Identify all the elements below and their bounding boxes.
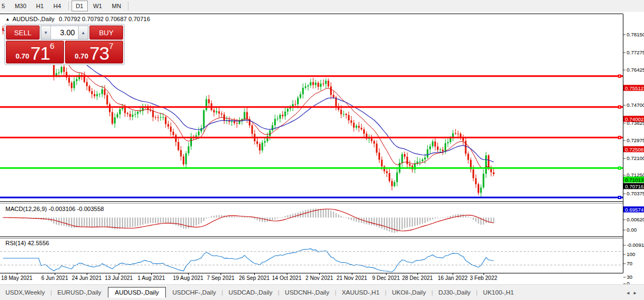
tab-scroll-arrows[interactable]: ◂▸ [627,290,641,296]
rsi-label: RSI(14) 42.5556 [5,240,49,246]
chart-tab-audusd-daily[interactable]: AUDUSD-,Daily [108,287,166,298]
price-tick-label: 0.77275 [623,49,644,55]
macd-label: MACD(12,26,9) -0.003106 -0.003558 [5,206,104,212]
chart-tab-dj30-daily[interactable]: DJ30-,Daily [433,288,476,297]
toolbar-separator [68,2,69,10]
timeframe-button-w1[interactable]: W1 [89,1,107,11]
tab-scroll-left-icon[interactable]: ◂ [627,290,634,296]
chart-tab-uk100-h1[interactable]: UK100-,H1 [478,288,519,297]
rsi-tick-label: 30 [623,274,644,280]
price-level-chip: 0.75512 [623,85,644,91]
one-click-trading-panel: SELL ▼ 3.00 ▲ BUY 0.70716 0.70737 [4,24,125,65]
chart-tab-usdcad-daily[interactable]: USDCAD-,Daily [223,288,278,297]
chart-tab-usdchf-daily[interactable]: USDCHF-,Daily [167,288,222,297]
volume-spinner: ▼ 3.00 ▲ [41,25,88,40]
trading-app-window: 5M30H1H4D1W1MN ▲AUDUSD-,Daily0.70792 0.7… [0,0,644,300]
toolbar-separator [128,2,128,10]
price-level-chip: 0.71013 [623,177,644,183]
volume-input[interactable]: 3.00 [51,26,78,39]
tab-scroll-right-icon[interactable]: ▸ [634,290,641,296]
price-tick-label: 0.74700 [623,102,644,108]
buy-button[interactable]: BUY [89,25,123,40]
sell-price-prefix: 0.70 [16,52,29,60]
chart-tab-usdcnh-daily[interactable]: USDCNH-,Daily [280,288,335,297]
buy-price-box[interactable]: 0.70737 [65,41,123,63]
rsi-pane [3,248,494,272]
macd-tick-label: 0.00 [623,227,644,233]
volume-decrease-icon[interactable]: ▼ [41,26,51,39]
sell-price-pip: 6 [50,42,54,50]
timeframe-button-m30[interactable]: M30 [10,1,30,11]
chart-tab-xauusd-h1[interactable]: XAUUSD-,H1 [336,288,385,297]
price-tick-label: 0.76425 [623,67,644,73]
price-level-chip: 0.70716 [623,183,644,189]
symbol-triangle-icon: ▲ [5,17,10,22]
chart-tab-bar: USDX,Weekly|EURUSD-,DailyAUDUSD-,DailyUS… [0,284,644,300]
timeframe-toolbar: 5M30H1H4D1W1MN [0,0,644,12]
price-level-chip: 0.74002 [623,116,644,122]
chart-tab-ukoil-daily[interactable]: UKOil-,Daily [387,288,432,297]
buy-price-prefix: 0.70 [75,52,88,60]
timeframe-button-h1[interactable]: H1 [32,1,48,11]
volume-increase-icon[interactable]: ▲ [78,26,88,39]
ohlc-values: 0.70792 0.70792 0.70687 0.70716 [59,16,150,22]
price-axis[interactable]: 0.781500.772750.764250.747000.738250.729… [623,12,644,284]
symbol-name: AUDUSD-,Daily [12,16,55,22]
timeframe-button-h4[interactable]: H4 [49,1,66,11]
chart-tabs: USDX,Weekly|EURUSD-,DailyAUDUSD-,DailyUS… [0,286,519,298]
price-level-chip: 0.69574 [623,207,644,213]
price-tick-label: 0.78150 [623,31,644,37]
chart-window: ▲AUDUSD-,Daily0.70792 0.70792 0.70687 0.… [0,12,644,284]
price-tick-label: 0.72100 [623,155,644,161]
chart-tab-eurusd-daily[interactable]: EURUSD-,Daily [52,288,107,297]
macd-pane [3,208,494,233]
buy-price-pip: 7 [109,42,113,50]
price-tick-label: 0.70375 [623,190,644,196]
timeframe-button-d1[interactable]: D1 [72,1,88,11]
symbol-ohlc-line: ▲AUDUSD-,Daily0.70792 0.70792 0.70687 0.… [5,16,150,22]
chart-tab-usdx-weekly[interactable]: USDX,Weekly [0,288,50,297]
price-tick-label: 0.72975 [623,137,644,143]
macd-tick-label: 0.006201 [623,216,644,222]
sell-price-big: 71 [30,45,50,61]
macd-tick-label: -0.00919 [623,242,644,248]
sell-price-box[interactable]: 0.70716 [6,41,64,63]
sell-button[interactable]: SELL [6,25,40,40]
buy-price-big: 73 [89,45,109,61]
rsi-tick-label: 100 [623,251,644,257]
rsi-tick-label: 70 [623,260,644,266]
price-level-chip: 0.72508 [623,146,644,152]
timeframe-button-5[interactable]: 5 [0,1,9,11]
timeframe-button-mn[interactable]: MN [107,1,125,11]
